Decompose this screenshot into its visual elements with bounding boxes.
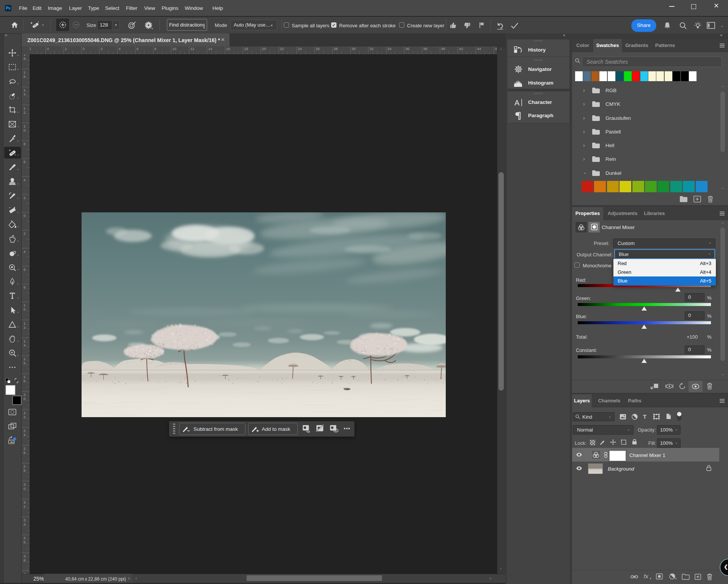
svg-text:1: 1	[24, 70, 25, 74]
svg-text:6: 6	[24, 540, 25, 544]
svg-text:34: 34	[387, 47, 392, 51]
svg-text:4: 4	[119, 47, 121, 51]
svg-text:4: 4	[24, 343, 25, 347]
svg-text:12: 12	[190, 47, 195, 51]
svg-text:1: 1	[24, 321, 25, 325]
svg-text:6: 6	[24, 74, 25, 78]
svg-text:1: 1	[24, 106, 25, 110]
svg-text:30: 30	[352, 47, 356, 51]
svg-text:1: 1	[24, 303, 25, 307]
svg-text:3: 3	[24, 482, 25, 487]
svg-text:40: 40	[441, 47, 445, 51]
svg-text:1: 1	[24, 124, 25, 128]
svg-text:8: 8	[24, 558, 25, 562]
svg-text:6: 6	[24, 451, 25, 455]
svg-text:8: 8	[154, 47, 156, 51]
svg-text:0: 0	[24, 128, 25, 132]
svg-text:3: 3	[24, 554, 25, 558]
svg-text:6: 6	[24, 267, 25, 272]
svg-text:22: 22	[280, 47, 284, 51]
svg-text:2: 2	[24, 504, 25, 509]
svg-text:4: 4	[24, 522, 25, 526]
svg-text:6: 6	[137, 47, 138, 51]
svg-text:2: 2	[24, 411, 25, 415]
svg-text:2: 2	[24, 429, 25, 433]
svg-text:1: 1	[24, 88, 25, 92]
svg-text:4: 4	[24, 433, 25, 437]
svg-text:0: 0	[24, 214, 25, 218]
svg-text:2: 2	[101, 47, 102, 51]
svg-text:36: 36	[405, 47, 409, 51]
svg-text:0: 0	[24, 397, 25, 401]
svg-text:3: 3	[24, 500, 25, 504]
svg-text:2: 2	[24, 392, 25, 397]
svg-text:6: 6	[24, 160, 25, 164]
svg-text:38: 38	[423, 47, 428, 51]
svg-text:4: 4	[24, 250, 25, 254]
svg-text:18: 18	[244, 47, 248, 51]
svg-text:28: 28	[333, 47, 338, 51]
svg-text:32: 32	[370, 47, 374, 51]
svg-text:26: 26	[316, 47, 320, 51]
svg-text:2: 2	[24, 110, 25, 115]
svg-text:44: 44	[477, 47, 481, 51]
svg-text:1: 1	[24, 357, 25, 361]
svg-text:0: 0	[24, 487, 25, 491]
svg-text:2: 2	[65, 47, 67, 51]
svg-text:4: 4	[47, 47, 49, 51]
svg-text:3: 3	[24, 518, 25, 522]
svg-text:8: 8	[24, 142, 25, 146]
svg-text:2: 2	[24, 415, 25, 419]
svg-text:2: 2	[24, 446, 25, 451]
svg-text:14: 14	[208, 47, 212, 51]
svg-text:8: 8	[24, 379, 25, 383]
svg-text:8: 8	[24, 468, 25, 473]
svg-text:24: 24	[298, 47, 302, 51]
svg-text:2: 2	[24, 231, 25, 235]
svg-text:4: 4	[24, 92, 25, 96]
svg-text:2: 2	[24, 325, 25, 330]
svg-text:20: 20	[262, 47, 266, 51]
svg-text:2: 2	[24, 464, 25, 468]
svg-text:8: 8	[24, 57, 25, 61]
svg-text:0: 0	[24, 307, 25, 311]
svg-text:10: 10	[172, 47, 176, 51]
svg-text:3: 3	[24, 536, 25, 540]
svg-text:2: 2	[24, 196, 25, 200]
svg-text:1: 1	[24, 375, 25, 379]
svg-text:16: 16	[226, 47, 230, 51]
svg-text:0: 0	[83, 47, 85, 51]
svg-text:6: 6	[24, 361, 25, 365]
svg-text:4: 4	[24, 178, 25, 182]
svg-text:1: 1	[24, 339, 25, 343]
svg-text:8: 8	[24, 285, 25, 289]
svg-text:A: A	[514, 99, 520, 107]
svg-text:42: 42	[459, 47, 463, 51]
